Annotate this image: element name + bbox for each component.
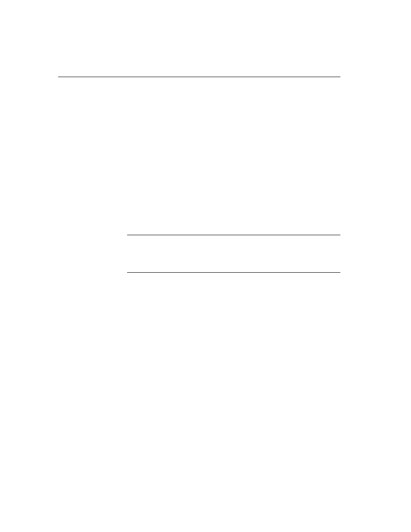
horizontal-rule (127, 235, 340, 235)
horizontal-rule (127, 272, 340, 273)
horizontal-rule (58, 77, 340, 77)
